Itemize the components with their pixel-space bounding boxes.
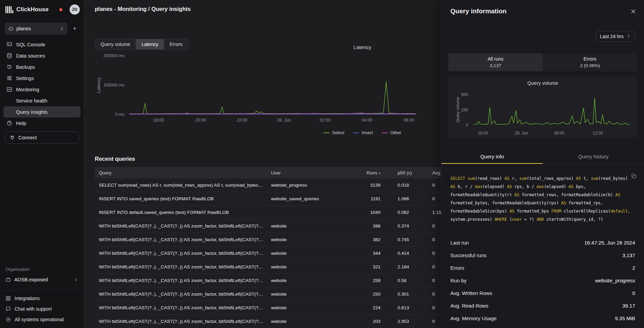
p50-cell: 0.58 (389, 278, 432, 283)
legend-label: Select (332, 130, 344, 135)
close-icon (631, 9, 636, 15)
p50-cell: 1.066 (389, 196, 432, 201)
query-cell: WITH bitShiftLeft(CAST(?..), _CAST(?..))… (95, 278, 271, 283)
database-icon (6, 53, 12, 59)
system-status-item[interactable]: All systems operational (0, 314, 84, 325)
sidebar-item-integrations[interactable]: Integrations (0, 293, 84, 303)
sidebar-item-label: Query insights (16, 109, 48, 115)
sidebar-item-chat-support[interactable]: Chat with support (0, 303, 84, 314)
runs-cell: 1040 (359, 210, 389, 215)
stats-tabs: All runs 3,137 Errors 2 (0.06%) (448, 53, 637, 71)
runs-cell: 382 (359, 237, 389, 242)
detail-row: Errors 2 (441, 262, 644, 274)
y-tick-label: 0 (466, 123, 468, 127)
plug-icon (10, 135, 15, 140)
legend-item[interactable]: Other (382, 130, 402, 135)
cloud-icon (8, 26, 14, 31)
sidebar-item-sql-console[interactable]: SQL Console (3, 39, 80, 50)
time-range-select[interactable]: Last 24 hrs (596, 31, 635, 42)
detail-value: 39.17 (622, 303, 635, 309)
detail-value: website_progress (595, 278, 635, 283)
sidebar-header: ClickHouse ZN (0, 0, 84, 19)
legend-label: Insert (362, 130, 373, 135)
sidebar: ClickHouse ZN planes + SQL C (0, 0, 84, 328)
sidebar-item-help[interactable]: Help (3, 118, 80, 129)
query-details: Last run 16:47:25, Jun 28 2024 Successfu… (441, 236, 644, 328)
user-cell: website (271, 251, 359, 256)
query-cell: INSERT INTO default.saved_queries (text)… (95, 210, 271, 215)
detail-row: Avg. Memory Usage 9.35 MiB (441, 312, 644, 325)
query-information-panel: Query information Last 24 hrs All runs 3… (441, 0, 644, 328)
copy-button[interactable] (631, 174, 636, 180)
close-button[interactable] (629, 7, 637, 17)
detail-row: Avg. Written Rows 0 (441, 287, 644, 299)
avatar[interactable]: ZN (70, 4, 80, 15)
legend-swatch (353, 132, 359, 133)
runs-cell: 344 (359, 251, 389, 256)
y-axis-ticks: 200000 ms100000 ms0 ms (103, 56, 124, 114)
x-tick-label: 18:00 (153, 118, 164, 123)
panel-title: Query information (450, 7, 507, 15)
tab-query-history[interactable]: Query history (543, 150, 644, 163)
notification-dot-icon[interactable] (59, 8, 62, 11)
stat-errors[interactable]: Errors 2 (0.06%) (543, 53, 637, 71)
brand-name: ClickHouse (16, 6, 49, 13)
connect-button[interactable]: Connect (5, 131, 79, 144)
column-header-p50[interactable]: p50 (s) (389, 170, 432, 175)
p50-cell: 0.745 (389, 237, 432, 242)
add-service-button[interactable]: + (70, 22, 79, 35)
sidebar-item-data-sources[interactable]: Data sources (3, 50, 80, 61)
organization-name: ADSB.exposed (14, 277, 48, 282)
legend-swatch (324, 132, 330, 133)
sidebar-item-query-insights[interactable]: Query insights (3, 106, 80, 118)
service-selector[interactable]: planes (5, 22, 68, 35)
legend-item[interactable]: Insert (353, 130, 373, 135)
sidebar-item-settings[interactable]: Settings (3, 73, 80, 84)
help-icon (6, 120, 12, 126)
sidebar-item-backups[interactable]: Backups (3, 61, 80, 73)
detail-label: Errors (450, 265, 464, 271)
organization-item[interactable]: ADSB.exposed (0, 274, 84, 286)
stat-all-runs[interactable]: All runs 3,137 (448, 53, 543, 71)
legend-item[interactable]: Select (324, 130, 344, 135)
y-axis-ticks: 5002500 (454, 95, 468, 125)
briefcase-icon (5, 277, 11, 282)
p50-cell: 0.018 (389, 183, 432, 188)
y-tick-label: 0 ms (115, 112, 124, 117)
query-cell: WITH bitShiftLeft(CAST(?..), _CAST(?..))… (95, 264, 271, 269)
stat-value: 3,137 (448, 63, 543, 68)
sidebar-item-label: Settings (16, 76, 34, 81)
query-volume-chart-svg (474, 95, 633, 125)
column-header-user: User (271, 170, 359, 175)
series-queries (474, 98, 630, 125)
user-cell: website (271, 237, 359, 242)
sql-block: SELECT sum(read_rows) AS r, sum(total_ro… (450, 174, 635, 223)
query-volume-card: Query volume Query volume 5002500 18:002… (448, 76, 637, 138)
p50-cell: 0.062 (389, 210, 432, 215)
monitoring-icon (6, 87, 12, 92)
x-tick-label: 12:00 (593, 131, 603, 136)
x-tick-label: 20:00 (195, 118, 206, 123)
sidebar-item-label: Monitoring (16, 87, 39, 92)
chat-icon (5, 306, 11, 312)
sidebar-item-service-health[interactable]: Service health (3, 95, 80, 106)
runs-cell: 396 (359, 223, 389, 229)
user-cell: website_saved_queries (271, 196, 359, 201)
sidebar-item-label: Data sources (16, 53, 45, 59)
runs-cell: 3139 (359, 183, 389, 188)
query-volume-plot (474, 95, 633, 125)
history-icon (6, 64, 12, 70)
runs-cell: 321 (359, 264, 389, 269)
footer-item-label: Integrations (15, 296, 40, 301)
service-row: planes + (0, 19, 84, 35)
y-tick-label: 500 (461, 92, 468, 97)
detail-row: Avg. Read Rows 39.17 (441, 299, 644, 312)
footer-item-label: Chat with support (15, 306, 52, 312)
series-select (129, 82, 416, 114)
detail-value: 3,137 (622, 252, 635, 258)
sidebar-item-monitoring[interactable]: Monitoring (3, 84, 80, 95)
tab-query-info[interactable]: Query info (441, 150, 543, 163)
user-cell: website_progress (271, 183, 359, 188)
column-header-runs[interactable]: Runs▾ (359, 170, 389, 175)
runs-cell: 1191 (359, 196, 389, 201)
